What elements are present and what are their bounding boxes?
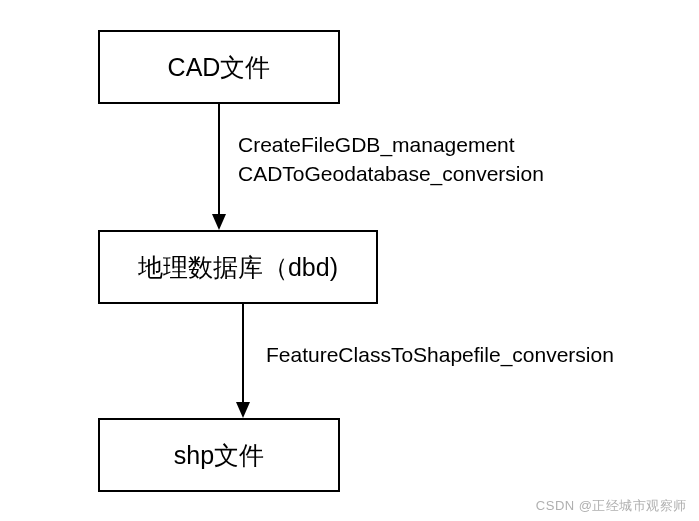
edge-label-line: FeatureClassToShapefile_conversion [266,340,614,369]
edge-label-line: CADToGeodatabase_conversion [238,159,544,188]
watermark-text: CSDN @正经城市观察师 [536,497,687,515]
node-gdb-label: 地理数据库（dbd) [138,251,338,284]
node-cad-label: CAD文件 [168,51,271,84]
arrowhead-gdb-to-shp [236,402,250,418]
edge-label-line: CreateFileGDB_management [238,130,544,159]
arrowhead-cad-to-gdb [212,214,226,230]
node-shp-file: shp文件 [98,418,340,492]
arrow-gdb-to-shp [242,304,244,403]
edge-label-gdb-to-shp: FeatureClassToShapefile_conversion [266,340,614,369]
node-cad-file: CAD文件 [98,30,340,104]
arrow-cad-to-gdb [218,104,220,215]
edge-label-cad-to-gdb: CreateFileGDB_management CADToGeodatabas… [238,130,544,189]
node-shp-label: shp文件 [174,439,264,472]
node-geodatabase: 地理数据库（dbd) [98,230,378,304]
